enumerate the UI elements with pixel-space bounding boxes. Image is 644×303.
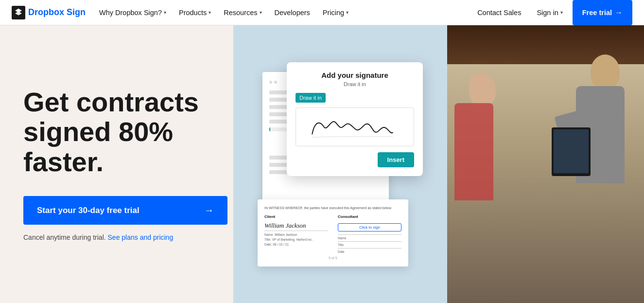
page-number: 5 of 5 (264, 256, 401, 260)
nav-item-developers[interactable]: Developers (269, 6, 316, 19)
topbar-dot-2 (274, 81, 277, 84)
client-fields: Name: William Jackson Title: VP of Marke… (264, 233, 328, 246)
name-field-line (338, 234, 401, 235)
date-field-label: Date (338, 250, 401, 253)
chevron-down-icon: ▾ (560, 10, 563, 15)
document-bottom: IN WITNESS WHEREOF, the parties have exe… (258, 199, 408, 267)
title-field-line (338, 241, 401, 242)
client-label: Client (264, 214, 328, 219)
brand-name: Dropbox Sign (28, 7, 86, 18)
date-field-line (338, 248, 401, 249)
tablet-device (552, 127, 591, 176)
chevron-down-icon: ▾ (164, 10, 166, 15)
sig-tabs: Draw it in (296, 93, 414, 103)
tablet-screen (554, 129, 589, 173)
sign-in-button[interactable]: Sign in ▾ (531, 6, 568, 19)
arrow-right-icon: → (204, 205, 214, 216)
consultant-label: Consultant (338, 214, 401, 219)
consultant-fields: Name Title Date (338, 234, 401, 253)
hero-left-panel: Get contracts signed 80% faster. Start y… (0, 25, 233, 303)
client-column: Client William Jackson Name: William Jac… (264, 214, 328, 253)
cta-trial-button[interactable]: Start your 30-day free trial → (23, 196, 227, 225)
sig-insert-button[interactable]: Insert (378, 152, 414, 167)
sig-actions: Insert (296, 152, 414, 167)
person-head-2 (469, 74, 496, 106)
arrow-right-icon: → (615, 8, 623, 17)
person-right (561, 54, 629, 298)
signature-drawing (296, 108, 414, 146)
person-left (452, 74, 501, 293)
plans-pricing-link[interactable]: See plans and pricing (108, 233, 174, 241)
photo-overlay (447, 25, 644, 303)
logo[interactable]: Dropbox Sign (12, 6, 86, 19)
doc-columns: Client William Jackson Name: William Jac… (264, 214, 401, 253)
hero-right-panel (447, 25, 644, 303)
nav-item-resources[interactable]: Resources ▾ (218, 6, 267, 19)
topbar-dot-1 (269, 81, 272, 84)
hero-middle-panel: ROI-PRO LEFT 3 (233, 25, 447, 303)
signature-modal: Add your signature Draw it in Draw it in… (287, 62, 423, 176)
nav-right: Contact Sales Sign in ▾ Free trial → (471, 0, 632, 25)
nav-item-pricing[interactable]: Pricing ▾ (317, 6, 354, 19)
nav-links: Why Dropbox Sign? ▾ Products ▾ Resources… (93, 6, 471, 19)
sig-modal-subtitle: Draw it in (296, 81, 414, 87)
navigation: Dropbox Sign Why Dropbox Sign? ▾ Product… (0, 0, 644, 25)
name-field-label: Name (338, 236, 401, 240)
document-preview: ROI-PRO LEFT 3 (258, 62, 423, 267)
free-trial-button[interactable]: Free trial → (573, 0, 632, 25)
nav-item-why[interactable]: Why Dropbox Sign? ▾ (93, 6, 172, 19)
chevron-down-icon: ▾ (346, 10, 348, 15)
hero-section: Get contracts signed 80% faster. Start y… (0, 25, 644, 303)
contact-sales-link[interactable]: Contact Sales (471, 6, 527, 19)
sig-modal-title: Add your signature (296, 71, 414, 79)
signature-canvas[interactable] (296, 107, 414, 146)
nav-item-products[interactable]: Products ▾ (173, 6, 217, 19)
sig-tab-draw[interactable]: Draw it in (296, 93, 326, 103)
witness-text: IN WITNESS WHEREOF, the parties have exe… (264, 206, 401, 210)
chevron-down-icon: ▾ (209, 10, 211, 15)
hero-headline: Get contracts signed 80% faster. (23, 87, 210, 177)
title-field-label: Title (338, 243, 401, 247)
consultant-column: Consultant Click to sign Name Title Date (338, 214, 401, 253)
person-body-2 (454, 103, 493, 200)
chevron-down-icon: ▾ (260, 10, 262, 15)
client-signature: William Jackson (264, 222, 328, 231)
client-title-label: Title: VP of Marketing, Harford Inc. (264, 238, 328, 241)
person-head (591, 54, 620, 89)
click-to-sign-button[interactable]: Click to sign (338, 223, 401, 232)
client-date-label: Date: 08 / 10 / 21 (264, 243, 328, 246)
dropbox-logo-icon (12, 6, 25, 19)
cancel-notice: Cancel anytime during trial. See plans a… (23, 233, 210, 241)
client-name-label: Name: William Jackson (264, 233, 328, 236)
